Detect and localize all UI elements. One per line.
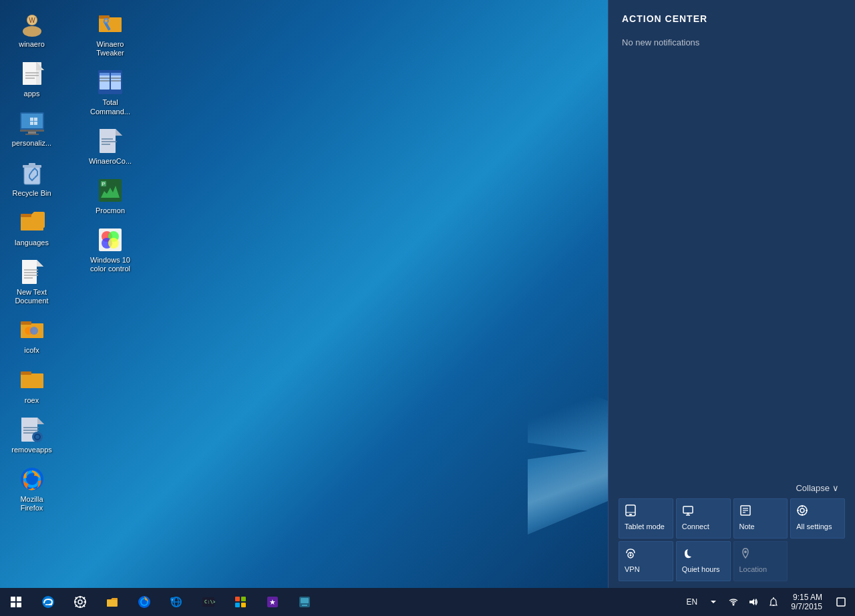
no-notifications-text: No new notifications [609, 31, 855, 473]
svg-point-111 [78, 600, 82, 604]
svg-rect-133 [241, 603, 246, 607]
quick-action-quiet-hours[interactable]: Quiet hours [676, 541, 731, 581]
svg-text:W: W [29, 17, 35, 24]
winaero-tweaker-icon [97, 11, 124, 37]
tray-show-hidden[interactable] [704, 588, 723, 616]
svg-rect-19 [30, 122, 33, 125]
clock-date: 9/7/2015 [791, 602, 822, 611]
language-indicator[interactable]: EN [683, 597, 702, 607]
svg-rect-106 [11, 603, 15, 607]
desktop-icon-apps[interactable]: apps [7, 56, 57, 102]
desktop-icon-roex[interactable]: roex [7, 363, 57, 409]
quick-action-vpn[interactable]: VPN [619, 541, 673, 581]
action-center-taskbar-button[interactable] [830, 588, 852, 616]
quiet-hours-icon [682, 547, 694, 561]
desktop-icon-total-commander[interactable]: Total Command... [86, 65, 136, 120]
desktop-icon-new-text-doc[interactable]: New Text Document [7, 255, 57, 309]
desktop-icon-icofx[interactable]: icofx [7, 313, 57, 359]
tray-network-icon[interactable] [724, 588, 743, 616]
new-text-doc-label: New Text Document [9, 288, 54, 305]
desktop-icon-removeapps[interactable]: removeapps [7, 412, 57, 458]
taskbar-firefox[interactable] [128, 588, 160, 616]
action-center-title: ACTION CENTER [609, 0, 855, 31]
taskbar-settings[interactable] [64, 588, 96, 616]
svg-rect-132 [235, 603, 240, 607]
svg-point-94 [798, 506, 807, 515]
action-center-bottom: Collapse ∨ Tablet mode [609, 473, 855, 588]
quick-action-tablet-mode[interactable]: Tablet mode [619, 498, 673, 538]
clock[interactable]: 9:15 AM 9/7/2015 [786, 588, 828, 616]
connect-label: Connect [682, 522, 709, 531]
desktop-icon-languages[interactable]: languages [7, 205, 57, 251]
tray-notification-icon[interactable] [764, 588, 783, 616]
all-settings-icon [796, 504, 808, 518]
removeapps-label: removeapps [11, 446, 52, 454]
winaero-tweaker-label: Winaero Tweaker [88, 40, 133, 57]
desktop-icon-winaero-console[interactable]: WinaeroCo... [86, 124, 136, 170]
collapse-button[interactable]: Collapse ∨ [615, 480, 848, 498]
win10-color-icon [97, 226, 124, 253]
system-tray [704, 588, 783, 616]
svg-text:C:\>: C:\> [204, 599, 215, 605]
action-center-panel: ACTION CENTER No new notifications Colla… [608, 0, 855, 588]
svg-rect-36 [21, 321, 31, 325]
svg-rect-138 [302, 605, 307, 606]
desktop-icon-winaero-tweaker[interactable]: Winaero Tweaker [86, 7, 136, 61]
svg-rect-54 [99, 17, 122, 32]
svg-point-1 [23, 26, 41, 37]
taskbar-app8[interactable] [289, 588, 321, 616]
removeapps-icon [19, 416, 45, 443]
apps-label: apps [24, 90, 40, 98]
personalize-label: personaliz... [12, 139, 51, 148]
tray-volume-icon[interactable] [744, 588, 763, 616]
svg-rect-84 [629, 514, 632, 515]
svg-rect-66 [111, 78, 121, 79]
taskbar-edge[interactable] [32, 588, 64, 616]
location-label: Location [739, 565, 767, 574]
desktop-icon-firefox[interactable]: Mozilla Firefox [7, 462, 57, 516]
desktop-icon-procmon[interactable]: P Procmon [86, 173, 136, 219]
languages-icon [19, 209, 45, 236]
quick-action-location[interactable]: Location [733, 541, 788, 581]
svg-rect-26 [21, 214, 31, 217]
taskbar-cmd[interactable]: C:\> [192, 588, 224, 616]
desktop-icon-recycle-bin[interactable]: Recycle Bin [7, 156, 57, 202]
svg-point-103 [744, 551, 747, 553]
svg-rect-86 [683, 506, 693, 513]
quick-action-note[interactable]: Note [733, 498, 788, 538]
svg-rect-39 [21, 373, 43, 388]
all-settings-label: All settings [796, 522, 832, 531]
svg-rect-107 [17, 603, 21, 607]
taskbar-app7[interactable]: ★ [256, 588, 289, 616]
desktop-icon-winaero[interactable]: W winaero [7, 7, 57, 53]
total-commander-icon [97, 69, 124, 96]
svg-rect-60 [100, 75, 110, 90]
desktop-icon-personalize[interactable]: personaliz... [7, 106, 57, 152]
svg-rect-70 [100, 129, 116, 136]
desktop-icon-win10-color[interactable]: Windows 10 color control [86, 222, 136, 277]
tablet-mode-icon [625, 504, 637, 518]
svg-marker-71 [116, 129, 122, 136]
taskbar-explorer[interactable] [96, 588, 128, 616]
quick-action-all-settings[interactable]: All settings [790, 498, 845, 538]
quiet-hours-label: Quiet hours [682, 565, 720, 574]
svg-rect-29 [22, 260, 37, 267]
collapse-label: Collapse [796, 483, 830, 493]
taskbar: e C:\> ★ [0, 588, 855, 616]
start-button[interactable] [0, 588, 32, 616]
svg-rect-131 [241, 597, 246, 601]
total-commander-label: Total Command... [88, 98, 133, 116]
tablet-mode-label: Tablet mode [625, 522, 665, 531]
svg-point-95 [800, 508, 804, 512]
svg-marker-30 [37, 260, 43, 267]
svg-rect-18 [34, 118, 37, 121]
quick-action-connect[interactable]: Connect [676, 498, 731, 538]
svg-point-102 [630, 555, 632, 557]
taskbar-app6[interactable] [224, 588, 256, 616]
roex-label: roex [25, 396, 39, 405]
winaero-console-icon [97, 128, 124, 154]
taskbar-ie[interactable]: e [160, 588, 192, 616]
svg-rect-63 [111, 73, 121, 75]
procmon-label: Procmon [96, 206, 125, 215]
svg-point-58 [105, 19, 108, 22]
